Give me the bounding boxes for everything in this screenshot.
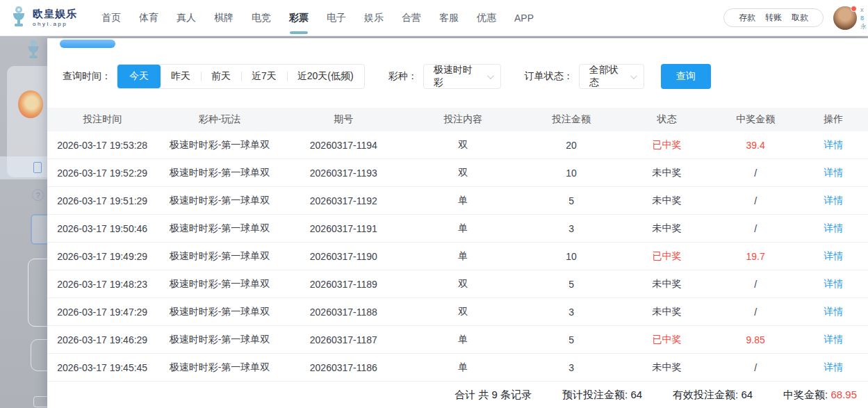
bet-time-cell: 2026-03-17 19:46:29	[47, 334, 157, 345]
userlink-clipped: 永	[860, 22, 868, 31]
detail-link[interactable]: 详情	[824, 278, 843, 289]
transfer-button[interactable]: 转账	[765, 12, 782, 24]
issue-number-cell: 20260317-1192	[282, 195, 405, 206]
bet-amount-cell: 3	[521, 307, 621, 318]
bet-amount-cell: 5	[521, 334, 621, 345]
lottery-playtype-cell: 极速时时彩-第一球单双	[157, 278, 282, 291]
user-avatar[interactable]	[833, 6, 857, 30]
deposit-button[interactable]: 存款	[739, 12, 755, 24]
site-logo[interactable]: 欧皇娱乐 ohyl.app	[10, 6, 77, 31]
time-filter-label: 查询时间：	[63, 70, 111, 83]
expected-bet-amount: 预计投注金额: 64	[562, 389, 642, 402]
detail-link[interactable]: 详情	[824, 306, 843, 317]
bet-content-cell: 双	[405, 167, 521, 179]
prize-amount-cell: /	[712, 307, 799, 318]
status-cell: 未中奖	[622, 195, 712, 207]
nav-item-5[interactable]: 彩票	[289, 6, 309, 30]
nav-item-6[interactable]: 电子	[327, 6, 346, 30]
notification-dot	[851, 6, 857, 12]
status-cell: 未中奖	[622, 306, 712, 318]
nav-item-9[interactable]: 客服	[439, 6, 459, 30]
nav-item-4[interactable]: 电竞	[252, 6, 271, 30]
nav-item-1[interactable]: 体育	[139, 6, 158, 30]
prize-amount-cell: /	[712, 195, 799, 206]
nav-item-2[interactable]: 真人	[177, 6, 196, 30]
lottery-select-value: 极速时时彩	[434, 64, 482, 89]
time-range-option-3[interactable]: 近7天	[241, 65, 287, 88]
valid-bet-amount: 有效投注金额: 64	[673, 389, 753, 402]
bet-time-cell: 2026-03-17 19:50:46	[47, 223, 157, 234]
status-cell: 未中奖	[622, 222, 712, 235]
status-select-value: 全部状态	[589, 64, 625, 89]
detail-link[interactable]: 详情	[824, 222, 843, 234]
bet-content-cell: 单	[405, 250, 521, 263]
nav-item-11[interactable]: APP	[514, 7, 534, 29]
table-header-row: 投注时间彩种-玩法期号投注内容投注金额状态中奖金额操作	[47, 108, 868, 131]
status-filter-label: 订单状态：	[525, 70, 573, 83]
issue-number-cell: 20260317-1190	[282, 251, 405, 262]
balance-clipped: 8	[860, 14, 868, 22]
table-row: 2026-03-17 19:47:29 极速时时彩-第一球单双 20260317…	[47, 298, 868, 326]
trophy-logo-icon	[10, 6, 28, 31]
time-range-option-0[interactable]: 今天	[117, 65, 161, 88]
bet-amount-cell: 3	[521, 362, 621, 373]
table-row: 2026-03-17 19:52:29 极速时时彩-第一球单双 20260317…	[47, 159, 868, 187]
filter-bar: 查询时间： 今天昨天前天近7天近20天(低频) 彩种： 极速时时彩 订单状态： …	[63, 64, 868, 89]
summary-bar: 合计 共 9 条记录 预计投注金额: 64 有效投注金额: 64 中奖金额: 6…	[47, 382, 868, 408]
bet-amount-cell: 10	[521, 168, 621, 179]
lottery-playtype-cell: 极速时时彩-第一球单双	[157, 306, 282, 318]
issue-number-cell: 20260317-1191	[282, 223, 405, 234]
nav-item-10[interactable]: 优惠	[477, 6, 496, 30]
detail-link[interactable]: 详情	[824, 361, 843, 373]
bet-time-cell: 2026-03-17 19:53:28	[47, 140, 157, 151]
issue-number-cell: 20260317-1186	[282, 362, 405, 373]
bet-records-panel: 查询时间： 今天昨天前天近7天近20天(低频) 彩种： 极速时时彩 订单状态： …	[47, 38, 868, 408]
time-range-option-1[interactable]: 昨天	[161, 65, 201, 88]
table-row: 2026-03-17 19:46:29 极速时时彩-第一球单双 20260317…	[47, 326, 868, 354]
bet-content-cell: 单	[405, 222, 521, 235]
status-cell: 未中奖	[622, 361, 712, 374]
issue-number-cell: 20260317-1193	[282, 168, 405, 179]
bet-time-cell: 2026-03-17 19:51:29	[47, 195, 157, 206]
detail-link[interactable]: 详情	[824, 334, 843, 345]
time-range-option-2[interactable]: 前天	[201, 65, 241, 88]
nav-item-3[interactable]: 棋牌	[214, 6, 234, 30]
prize-amount-cell: /	[712, 223, 799, 234]
detail-link[interactable]: 详情	[824, 139, 843, 150]
order-status-select[interactable]: 全部状态	[579, 64, 644, 89]
column-header-4: 投注金额	[521, 113, 621, 126]
lottery-playtype-cell: 极速时时彩-第一球单双	[157, 167, 282, 179]
lottery-playtype-cell: 极速时时彩-第一球单双	[157, 195, 282, 207]
detail-link[interactable]: 详情	[824, 167, 843, 178]
bet-content-cell: 单	[405, 361, 521, 374]
background-avatar	[18, 90, 43, 118]
background-trophy-icon	[25, 39, 42, 63]
nav-item-7[interactable]: 娱乐	[364, 6, 384, 30]
top-header: 欧皇娱乐 ohyl.app 首页 体育 真人 棋牌 电竞 彩票 电子 娱乐 合营…	[0, 0, 868, 36]
lottery-select[interactable]: 极速时时彩	[423, 64, 501, 89]
table-row: 2026-03-17 19:50:46 极速时时彩-第一球单双 20260317…	[47, 215, 868, 243]
detail-link[interactable]: 详情	[824, 250, 843, 261]
nav-item-8[interactable]: 合营	[402, 6, 421, 30]
question-icon: ?	[32, 189, 44, 201]
prize-amount-cell: /	[712, 168, 799, 179]
detail-link[interactable]: 详情	[824, 195, 843, 206]
bet-time-cell: 2026-03-17 19:52:29	[47, 168, 157, 179]
column-header-3: 投注内容	[405, 113, 521, 126]
column-header-6: 中奖金额	[712, 113, 799, 126]
background-record-icon	[33, 162, 42, 173]
bet-time-cell: 2026-03-17 19:49:29	[47, 251, 157, 262]
status-cell: 未中奖	[622, 167, 712, 179]
bet-amount-cell: 10	[521, 251, 621, 262]
bet-time-cell: 2026-03-17 19:47:29	[47, 307, 157, 318]
withdraw-button[interactable]: 取款	[792, 12, 808, 24]
status-cell: 已中奖	[622, 139, 712, 152]
active-tab-underline	[290, 31, 308, 34]
nav-item-0[interactable]: 首页	[101, 6, 121, 30]
prize-amount-cell: /	[712, 279, 799, 290]
time-range-option-4[interactable]: 近20天(低频)	[287, 65, 364, 88]
issue-number-cell: 20260317-1187	[282, 334, 405, 345]
query-button[interactable]: 查询	[661, 64, 711, 89]
chevron-down-icon	[487, 72, 494, 79]
lottery-playtype-cell: 极速时时彩-第一球单双	[157, 361, 282, 374]
